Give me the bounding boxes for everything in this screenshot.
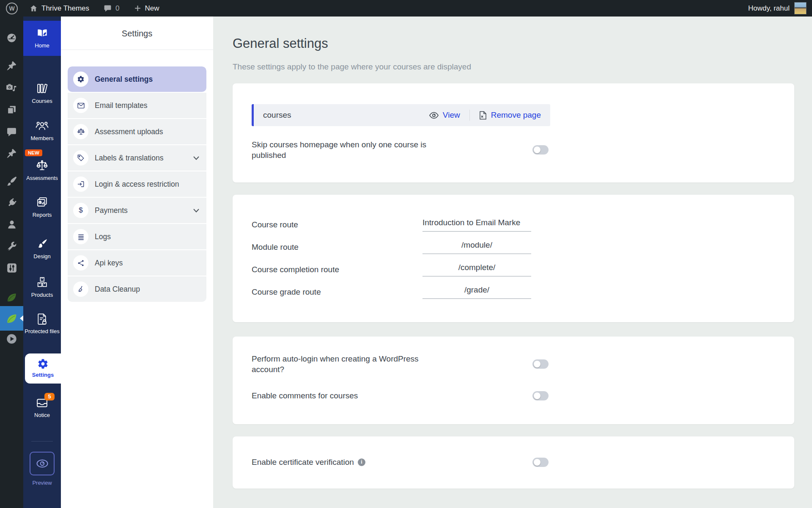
sidebar-item-assessments[interactable]: NEW Assessments bbox=[23, 149, 61, 182]
remove-page-link[interactable]: Remove page bbox=[479, 110, 541, 120]
pushpin-icon[interactable] bbox=[0, 57, 23, 74]
sidebar-item-label: Notice bbox=[34, 411, 50, 420]
enable-comments-toggle[interactable] bbox=[532, 391, 549, 400]
sidebar-item-reports[interactable]: Reports bbox=[23, 196, 61, 219]
menu-item-general-settings[interactable]: General settings bbox=[68, 66, 206, 92]
enable-comments-setting: Enable comments for courses bbox=[252, 390, 549, 401]
skip-homepage-toggle[interactable] bbox=[532, 145, 549, 155]
paintbrush-icon bbox=[36, 237, 49, 251]
wp-admin-bar: W Thrive Themes 0 New Howdy, rahul bbox=[0, 0, 812, 17]
menu-item-label: Data Cleanup bbox=[95, 285, 140, 294]
new-badge: NEW bbox=[25, 149, 42, 156]
sidebar-item-notice[interactable]: 5 Notice bbox=[23, 397, 61, 420]
envelope-icon bbox=[73, 98, 88, 113]
plus-icon bbox=[134, 5, 141, 12]
boxes-icon bbox=[36, 276, 49, 289]
pages-icon[interactable] bbox=[0, 101, 23, 118]
course-route-input[interactable] bbox=[422, 218, 531, 232]
sidebar-item-members[interactable]: Members bbox=[23, 119, 61, 143]
bookshelf-icon bbox=[36, 82, 49, 95]
route-row: Module route bbox=[252, 236, 775, 258]
sidebar-divider bbox=[31, 441, 53, 442]
course-grade-route-input[interactable] bbox=[422, 285, 531, 299]
menu-item-logs[interactable]: Logs bbox=[68, 224, 206, 249]
route-row: Course completion route bbox=[252, 258, 775, 281]
sidebar-item-label: Preview bbox=[32, 479, 52, 487]
menu-item-assessment-uploads[interactable]: Assessment uploads bbox=[68, 119, 206, 144]
new-content-link[interactable]: New bbox=[134, 4, 159, 13]
settings-sliders-icon[interactable] bbox=[0, 260, 23, 276]
page-title: General settings bbox=[233, 36, 794, 51]
course-page-name: courses bbox=[263, 110, 291, 120]
tools-wrench-icon[interactable] bbox=[0, 238, 23, 255]
menu-item-data-cleanup[interactable]: Data Cleanup bbox=[68, 276, 206, 302]
setting-label: Skip courses homepage when only one cour… bbox=[252, 139, 446, 160]
broom-icon bbox=[73, 282, 88, 297]
sidebar-item-courses[interactable]: Courses bbox=[23, 82, 61, 105]
setting-label: Perform auto-login when creating a WordP… bbox=[252, 353, 433, 375]
menu-item-api-keys[interactable]: Api keys bbox=[68, 250, 206, 276]
route-label: Course route bbox=[252, 220, 422, 229]
tag-icon bbox=[73, 150, 88, 166]
menu-item-label: Login & access restriction bbox=[95, 180, 179, 189]
wordpress-logo-icon[interactable]: W bbox=[6, 3, 18, 14]
sidebar-item-home[interactable]: Home bbox=[23, 21, 61, 56]
menu-item-email-templates[interactable]: Email templates bbox=[68, 93, 206, 118]
sidebar-item-products[interactable]: Products bbox=[23, 276, 61, 299]
panel-divider bbox=[61, 50, 213, 50]
sidebar-item-design[interactable]: Design bbox=[23, 237, 61, 261]
route-label: Module route bbox=[252, 243, 422, 252]
plugins-plug-icon[interactable] bbox=[0, 194, 23, 211]
dashboard-icon[interactable] bbox=[0, 29, 23, 46]
setting-label: Enable certificate verification bbox=[252, 457, 354, 467]
thrive-leaf-icon[interactable] bbox=[0, 289, 23, 306]
menu-item-label: Payments bbox=[95, 206, 128, 215]
menu-item-labels-translations[interactable]: Labels & translations bbox=[68, 145, 206, 171]
menu-item-payments[interactable]: $ Payments bbox=[68, 198, 206, 223]
menu-item-label: Assessment uploads bbox=[95, 127, 163, 136]
comments-link[interactable]: 0 bbox=[104, 4, 119, 13]
auto-login-setting: Perform auto-login when creating a WordP… bbox=[252, 353, 549, 375]
sidebar-item-label: Products bbox=[31, 291, 53, 299]
list-lines-icon bbox=[73, 229, 88, 244]
site-name-link[interactable]: Thrive Themes bbox=[30, 4, 89, 13]
video-play-icon[interactable] bbox=[0, 330, 23, 347]
sidebar-item-label: Protected files bbox=[25, 328, 59, 336]
certificate-verification-toggle[interactable] bbox=[532, 458, 549, 467]
menu-item-label: Api keys bbox=[95, 259, 123, 268]
routes-card: Course route Module route Course complet… bbox=[233, 195, 794, 322]
appearance-brush-icon[interactable] bbox=[0, 173, 23, 190]
menu-item-label: Logs bbox=[95, 232, 111, 241]
route-row: Course grade route bbox=[252, 281, 775, 303]
menu-item-login-access-restriction[interactable]: Login & access restriction bbox=[68, 171, 206, 197]
user-avatar[interactable] bbox=[794, 2, 807, 14]
certificate-verification-setting: Enable certificate verification i bbox=[252, 457, 549, 467]
settings-submenu-panel: Settings General settings Email template… bbox=[61, 17, 213, 508]
pushpin-icon[interactable] bbox=[0, 145, 23, 162]
auto-login-toggle[interactable] bbox=[532, 359, 549, 369]
course-completion-route-input[interactable] bbox=[422, 263, 531, 276]
comment-bubble-icon bbox=[104, 4, 112, 12]
chevron-down-icon bbox=[193, 156, 200, 160]
account-settings-card: Perform auto-login when creating a WordP… bbox=[233, 337, 794, 424]
howdy-greeting[interactable]: Howdy, rahul bbox=[748, 4, 790, 13]
sidebar-item-preview[interactable]: Preview bbox=[23, 452, 61, 487]
info-icon[interactable]: i bbox=[358, 458, 365, 466]
notice-count-badge: 5 bbox=[44, 393, 55, 400]
route-label: Course completion route bbox=[252, 265, 422, 274]
view-page-link[interactable]: View bbox=[429, 110, 460, 120]
book-leaf-icon bbox=[36, 27, 49, 39]
comments-count: 0 bbox=[115, 4, 119, 13]
active-item-arrow bbox=[20, 315, 23, 321]
sidebar-item-settings[interactable]: Settings bbox=[25, 353, 61, 384]
certificate-card: Enable certificate verification i bbox=[233, 436, 794, 489]
thrive-leaf-active-icon bbox=[5, 312, 18, 325]
module-route-input[interactable] bbox=[422, 240, 531, 254]
thrive-apprentice-active-item[interactable] bbox=[0, 306, 23, 331]
comments-icon[interactable] bbox=[0, 123, 23, 140]
media-icon[interactable] bbox=[0, 80, 23, 97]
users-icon[interactable] bbox=[0, 216, 23, 233]
sidebar-item-protected-files[interactable]: Protected files bbox=[23, 312, 61, 336]
page-subtitle: These settings apply to the page where y… bbox=[233, 62, 794, 72]
site-name: Thrive Themes bbox=[41, 4, 89, 13]
